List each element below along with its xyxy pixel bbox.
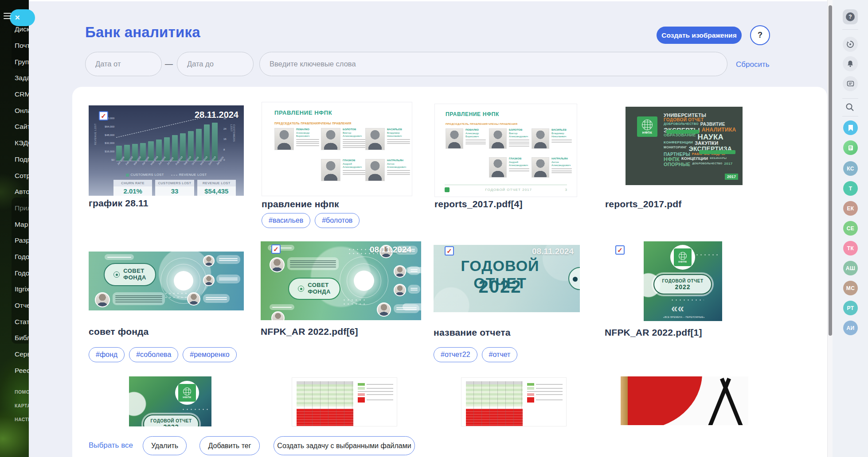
sidebar-item[interactable]: КЭДО (15, 135, 29, 151)
file-thumbnail-nfpk-ar-2022-cover[interactable]: НФПК ГОДОВОЙ ОТЧЕТ 2022 «« «ВСЕ ВРЕМЕНА … (644, 241, 722, 321)
scrollbar-thumb[interactable] (829, 5, 832, 336)
chart-bar (212, 123, 218, 161)
file-title[interactable]: правление нфпк (262, 199, 339, 209)
decor-cloud (403, 303, 421, 310)
sidebar-item[interactable]: Itgrix (15, 281, 29, 298)
file-thumbnail-reports-2017-p4[interactable]: ПРАВЛЕНИЕ НФПК ПРЕДСЕДАТЕЛЬ ПРАВЛЕНИЯ ЧЛ… (434, 104, 577, 197)
avatar[interactable]: ЕК (843, 201, 858, 216)
tag-pill[interactable]: #соболева (129, 347, 178, 362)
file-checkbox[interactable]: ✓ (445, 246, 454, 256)
sidebar-item[interactable]: Отче (15, 298, 29, 314)
date-to-input[interactable] (177, 52, 254, 76)
member-photo (489, 157, 507, 178)
board-member: НАГРАЛЬЯНАнтон Александрович (532, 157, 572, 178)
notifications-button[interactable] (843, 56, 858, 71)
date-from-input[interactable] (85, 52, 162, 76)
file-thumbnail-pravlenie-nfpk[interactable]: ПРАВЛЕНИЕ НФПК ПРЕДСЕДАТЕЛЬ ПРАВЛЕНИЯ ЧЛ… (262, 102, 412, 196)
header-help-button[interactable]: ? (750, 25, 770, 45)
file-thumbnail-spreadsheet[interactable] (292, 377, 397, 426)
file-title[interactable]: NFPK_AR 2022.pdf[6] (261, 326, 358, 337)
sidebar-item[interactable]: Зада (15, 70, 29, 86)
sidebar-item[interactable]: Сотр (15, 167, 29, 184)
avatar[interactable]: РТ (843, 301, 858, 315)
nfpk-globe-icon (642, 120, 653, 130)
delete-button[interactable]: Удалить (143, 436, 187, 455)
file-title[interactable]: название отчета (434, 327, 511, 338)
chart-y-axis-label: REVENUE LOST (94, 124, 97, 145)
file-thumbnail-sovet-fonda[interactable]: СОВЕТФОНДА (89, 252, 244, 310)
search-button[interactable] (845, 102, 855, 114)
sidebar-item[interactable]: Разр (15, 232, 29, 249)
file-title[interactable]: график 28.11 (89, 198, 149, 209)
sidebar-item[interactable]: Груп (15, 54, 29, 70)
help-button[interactable]: ? (843, 9, 858, 24)
person-label (216, 255, 240, 264)
avatar[interactable]: Т (843, 181, 858, 196)
file-thumbnail-nazvanie-otcheta[interactable]: 08.11.2024 ГОДОВОЙ ОТЧЕТ 2022 ✓ (434, 245, 580, 312)
file-checkbox[interactable]: ✓ (615, 245, 625, 255)
tag-pill[interactable]: #реморенко (183, 347, 236, 362)
select-all-link[interactable]: Выбрать все (89, 441, 133, 450)
scrollbar-track[interactable] (827, 0, 833, 457)
sidebar-item[interactable]: Годо (15, 249, 29, 265)
sidebar-item[interactable]: Онла (15, 102, 29, 119)
file-title[interactable]: reports_2017.pdf (605, 199, 681, 209)
keywords-input[interactable] (259, 52, 727, 76)
file-title[interactable]: совет фонда (89, 326, 149, 337)
add-tag-button[interactable]: Добавить тег (199, 436, 260, 455)
avatar[interactable]: АШ (843, 261, 858, 275)
decor-core-circle (354, 271, 374, 291)
create-task-button[interactable]: Создать задачу с выбранными файлами (274, 436, 415, 455)
file-thumbnail-grafik-28-11[interactable]: ✓ 28.11.2024 REVENUE LOST $80,000$64,000… (89, 105, 244, 196)
sidebar-footer-item[interactable]: КАРТА (15, 399, 29, 412)
cover-green-strip (699, 150, 735, 154)
check-icon: ✓ (617, 246, 623, 254)
tag-pill[interactable]: #васильев (262, 213, 310, 228)
sidebar-item[interactable]: Авто (15, 184, 29, 200)
reset-filters-link[interactable]: Сбросить (736, 60, 770, 69)
news-button[interactable] (843, 140, 858, 155)
year-badge: 2017 (725, 174, 738, 180)
tag-pill[interactable]: #отчет22 (434, 347, 477, 362)
file-thumbnail-abstract-red[interactable] (621, 376, 748, 425)
avatar[interactable]: КС (843, 161, 858, 176)
file-title[interactable]: NFPK_AR 2022.pdf[1] (605, 327, 702, 338)
avatar[interactable]: АИ (843, 321, 858, 335)
sidebar-item[interactable]: Библ (15, 330, 29, 346)
sidebar-item[interactable]: Серв (15, 346, 29, 363)
sidebar-item[interactable]: Сайт (15, 119, 29, 135)
close-sidebar-button[interactable]: ✕ (10, 9, 35, 26)
file-thumbnail-row3-cover-2022[interactable]: НФПК ГОДОВОЙ ОТЧЕТ 2022 (129, 376, 211, 426)
file-thumbnail-reports-2017-cover[interactable]: НФПК УНИВЕРСИТЕТЫГОДОВОЙ ОТЧЕТДОБРОВОЛЬЧ… (626, 107, 743, 185)
file-checkbox[interactable]: ✓ (99, 111, 108, 120)
tag-pill[interactable]: #болотов (315, 213, 360, 228)
sidebar-footer-item[interactable]: ПОМО (15, 385, 29, 399)
avatar[interactable]: СЕ (843, 221, 858, 236)
sheet-legend (358, 383, 393, 404)
create-images-button[interactable]: Создать изображения (657, 27, 742, 44)
sidebar-item[interactable]: Стат (15, 314, 29, 330)
person-photo-circle (95, 292, 110, 307)
sidebar-item[interactable]: Мар (15, 216, 29, 232)
sidebar-item[interactable]: Годо (15, 265, 29, 281)
board-member: ПОВАЛКОАлександр Борисович (274, 128, 319, 150)
sidebar-item[interactable]: CRM (15, 86, 29, 103)
hamburger-menu-icon[interactable] (4, 13, 11, 20)
file-checkbox[interactable]: ✓ (271, 244, 281, 254)
tag-pill[interactable]: #фонд (89, 347, 125, 362)
sidebar-item[interactable]: Прил (15, 200, 29, 217)
file-title[interactable]: reports_2017.pdf[4] (434, 199, 523, 209)
chat-history-button[interactable] (843, 76, 858, 91)
file-thumbnail-spreadsheet[interactable] (461, 377, 567, 426)
sidebar-item[interactable]: Подп (15, 151, 29, 168)
bookmarks-button[interactable] (843, 120, 858, 135)
sidebar-item[interactable]: Почт (15, 38, 29, 54)
sidebar-item[interactable]: Реес (15, 362, 29, 379)
sidebar-footer-item[interactable]: НАСТР (15, 412, 29, 426)
file-thumbnail-nfpk-ar-2022-p6[interactable]: 08.11.2024 СОВЕТФОНДА ✓ (261, 241, 421, 320)
avatar[interactable]: МС (843, 281, 858, 295)
tag-pill[interactable]: #отчет (482, 347, 518, 362)
avatar[interactable]: ТК (843, 241, 858, 256)
updates-button[interactable] (843, 37, 858, 52)
banner-label-pill (270, 304, 294, 310)
